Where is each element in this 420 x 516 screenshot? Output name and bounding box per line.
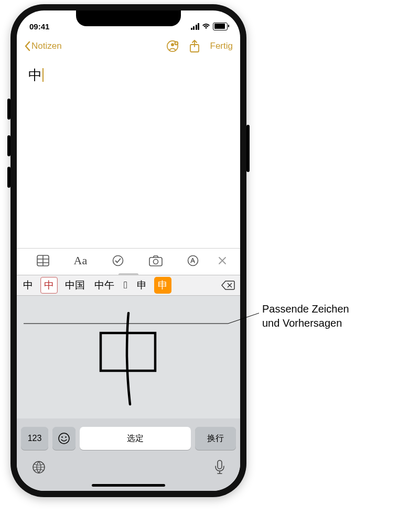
battery-icon <box>213 23 228 30</box>
cellular-signal-icon <box>191 23 200 30</box>
wifi-icon <box>202 23 210 29</box>
callout-line2: und Vorhersagen <box>262 316 349 330</box>
callout-text: Passende Zeichen und Vorhersagen <box>262 302 349 330</box>
notch <box>76 10 181 26</box>
callout-line1: Passende Zeichen <box>262 302 349 316</box>
status-time: 09:41 <box>29 22 49 31</box>
callout-leader <box>0 0 420 516</box>
